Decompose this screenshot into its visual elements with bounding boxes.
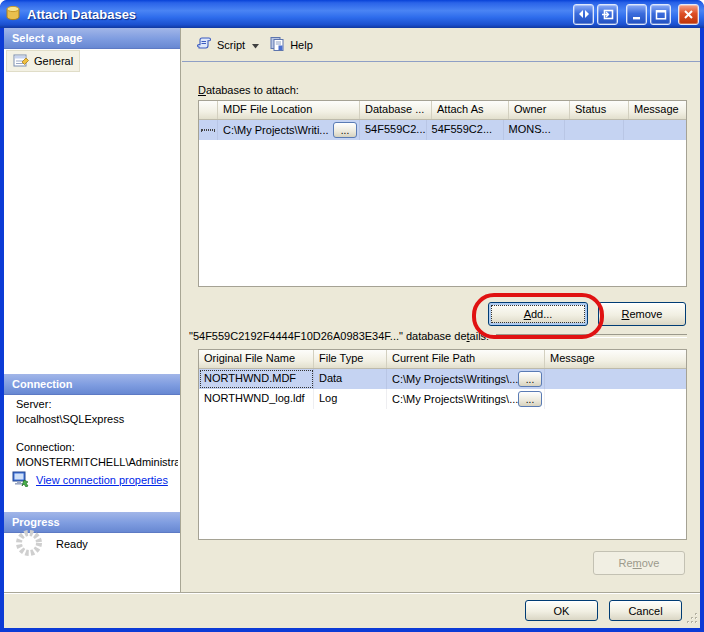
view-connection-properties-link[interactable]: View connection properties — [36, 474, 168, 486]
owner-cell: MONS... — [504, 120, 565, 140]
remove-details-button[interactable]: Remove — [593, 551, 685, 575]
row-selector-header — [199, 101, 218, 119]
column-header-file-type[interactable]: File Type — [314, 350, 387, 368]
column-header-original-file-name[interactable]: Original File Name — [199, 350, 314, 368]
databases-to-attach-grid: MDF File Location Database ... Attach As… — [198, 100, 687, 287]
help-label: Help — [290, 39, 313, 51]
dialog-body: Select a page General Connection Server:… — [4, 28, 700, 628]
ok-button[interactable]: OK — [525, 600, 598, 621]
column-header-current-file-path[interactable]: Current File Path — [387, 350, 545, 368]
remove-button[interactable]: Remove — [598, 302, 686, 326]
titlebar[interactable]: Attach Databases — [0, 0, 704, 28]
file-type-cell: Log — [314, 389, 387, 409]
connection-label: Connection: — [16, 441, 75, 453]
column-header-message[interactable]: Message — [629, 101, 687, 119]
message-cell — [545, 369, 687, 389]
message-cell — [624, 120, 682, 140]
main-panel: Script Help — [182, 28, 700, 592]
properties-page-icon — [13, 53, 29, 70]
attach-databases-dialog: Attach Databases Select a page — [0, 0, 704, 632]
connection-properties-icon — [12, 471, 30, 489]
sidebar-item-general[interactable]: General — [6, 50, 80, 72]
close-button[interactable] — [678, 4, 699, 25]
column-header-message[interactable]: Message — [545, 350, 687, 368]
minimize-button[interactable] — [626, 4, 647, 25]
browse-path-button[interactable]: ... — [518, 371, 542, 387]
database-icon — [5, 5, 21, 23]
database-cell: 54F559C2... — [360, 120, 427, 140]
attach-as-cell: 54F559C2... — [427, 120, 504, 140]
window-title: Attach Databases — [27, 7, 570, 22]
status-cell — [565, 120, 624, 140]
column-header-database[interactable]: Database ... — [360, 101, 432, 119]
help-button[interactable]: Help — [264, 33, 318, 57]
database-details-grid: Original File Name File Type Current Fil… — [198, 349, 687, 540]
add-button[interactable]: Add... — [488, 302, 588, 326]
footer: OK Cancel — [4, 592, 700, 628]
mdf-file-location-cell: C:\My Projects\Writi... — [223, 121, 329, 140]
details-grid-row[interactable]: NORTHWND.MDF Data C:\My Projects\Writing… — [199, 369, 686, 389]
connection-value: MONSTERMITCHELL\Administra — [16, 456, 178, 468]
sidebar-item-label: General — [34, 55, 73, 67]
cancel-button[interactable]: Cancel — [609, 600, 682, 621]
column-header-attach-as[interactable]: Attach As — [432, 101, 509, 119]
grid-header: MDF File Location Database ... Attach As… — [199, 101, 686, 120]
chevron-down-icon — [252, 39, 259, 51]
script-label: Script — [217, 39, 245, 51]
attach-grid-row[interactable]: C:\My Projects\Writi... ... 54F559C2... … — [199, 120, 686, 140]
original-file-name-cell: NORTHWND_log.ldf — [199, 389, 314, 409]
toolbar: Script Help — [182, 28, 700, 62]
server-value: localhost\SQLExpress — [16, 413, 124, 425]
script-scroll-icon — [195, 36, 212, 53]
database-details-label: "54F559C2192F4444F10D26A0983E34F..." dat… — [189, 330, 489, 342]
column-header-mdf[interactable]: MDF File Location — [218, 101, 360, 119]
connection-header: Connection — [4, 374, 180, 395]
browse-path-button[interactable]: ... — [518, 391, 542, 407]
file-type-cell: Data — [314, 369, 387, 389]
current-file-path-cell: C:\My Projects\Writings\... — [392, 370, 518, 389]
progress-status: Ready — [56, 538, 88, 550]
column-header-status[interactable]: Status — [570, 101, 629, 119]
original-file-name-cell: NORTHWND.MDF — [199, 369, 314, 389]
databases-to-attach-label: Databases to attach: — [198, 84, 299, 96]
undock-button[interactable] — [597, 4, 618, 25]
row-selector-cell[interactable] — [199, 120, 218, 140]
column-header-owner[interactable]: Owner — [509, 101, 570, 119]
grid-header: Original File Name File Type Current Fil… — [199, 350, 686, 369]
spinner-icon — [14, 528, 44, 560]
script-button[interactable]: Script — [190, 33, 264, 56]
resize-grip[interactable] — [686, 612, 699, 627]
sidebar: Select a page General Connection Server:… — [4, 28, 181, 592]
maximize-button[interactable] — [650, 4, 671, 25]
help-pages-icon — [269, 36, 285, 54]
details-grid-row[interactable]: NORTHWND_log.ldf Log C:\My Projects\Writ… — [199, 389, 686, 409]
browse-mdf-button[interactable]: ... — [333, 122, 357, 138]
current-file-path-cell: C:\My Projects\Writings\... — [392, 390, 518, 409]
server-label: Server: — [16, 398, 51, 410]
details-divider — [496, 334, 687, 338]
message-cell — [545, 389, 687, 409]
select-a-page-header: Select a page — [4, 28, 180, 49]
resize-arrows-button[interactable] — [573, 4, 594, 25]
